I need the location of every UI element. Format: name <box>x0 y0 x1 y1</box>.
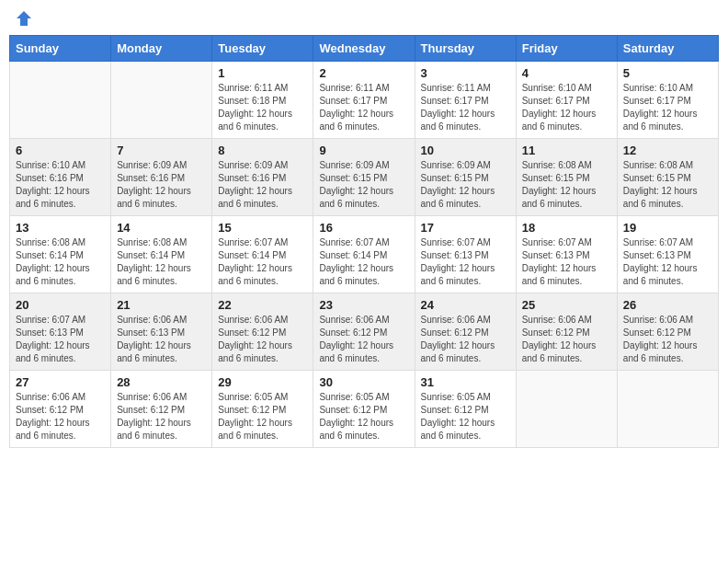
day-header-tuesday: Tuesday <box>212 36 313 62</box>
day-info: Sunrise: 6:08 AM Sunset: 6:14 PM Dayligh… <box>16 236 105 288</box>
day-header-thursday: Thursday <box>415 36 516 62</box>
calendar-cell <box>111 62 212 139</box>
day-number: 16 <box>319 221 408 235</box>
day-info: Sunrise: 6:06 AM Sunset: 6:13 PM Dayligh… <box>117 314 206 365</box>
day-number: 21 <box>117 298 206 312</box>
calendar-cell <box>10 62 111 139</box>
day-number: 29 <box>218 375 307 389</box>
day-number: 9 <box>319 144 408 157</box>
page-header <box>9 9 719 28</box>
day-header-saturday: Saturday <box>617 36 718 62</box>
day-number: 8 <box>218 144 307 157</box>
calendar-cell: 22Sunrise: 6:06 AM Sunset: 6:12 PM Dayli… <box>212 293 313 371</box>
calendar-cell: 4Sunrise: 6:10 AM Sunset: 6:17 PM Daylig… <box>516 62 617 139</box>
day-info: Sunrise: 6:06 AM Sunset: 6:12 PM Dayligh… <box>319 314 408 365</box>
calendar-cell: 12Sunrise: 6:08 AM Sunset: 6:15 PM Dayli… <box>617 139 718 216</box>
day-info: Sunrise: 6:09 AM Sunset: 6:15 PM Dayligh… <box>319 159 408 211</box>
day-number: 3 <box>421 66 510 80</box>
day-info: Sunrise: 6:09 AM Sunset: 6:15 PM Dayligh… <box>421 159 510 211</box>
calendar-week-row: 13Sunrise: 6:08 AM Sunset: 6:14 PM Dayli… <box>10 216 719 293</box>
day-info: Sunrise: 6:07 AM Sunset: 6:14 PM Dayligh… <box>319 236 408 288</box>
calendar-cell: 16Sunrise: 6:07 AM Sunset: 6:14 PM Dayli… <box>313 216 415 293</box>
calendar-cell: 26Sunrise: 6:06 AM Sunset: 6:12 PM Dayli… <box>617 293 718 371</box>
calendar-cell: 17Sunrise: 6:07 AM Sunset: 6:13 PM Dayli… <box>415 216 516 293</box>
day-header-friday: Friday <box>516 36 617 62</box>
day-info: Sunrise: 6:08 AM Sunset: 6:15 PM Dayligh… <box>623 159 712 211</box>
day-info: Sunrise: 6:07 AM Sunset: 6:13 PM Dayligh… <box>522 236 611 288</box>
calendar-cell: 1Sunrise: 6:11 AM Sunset: 6:18 PM Daylig… <box>212 62 313 139</box>
day-info: Sunrise: 6:06 AM Sunset: 6:12 PM Dayligh… <box>421 314 510 365</box>
day-number: 24 <box>421 298 510 312</box>
day-number: 25 <box>522 298 611 312</box>
calendar-cell: 13Sunrise: 6:08 AM Sunset: 6:14 PM Dayli… <box>10 216 111 293</box>
calendar-week-row: 20Sunrise: 6:07 AM Sunset: 6:13 PM Dayli… <box>10 293 719 371</box>
day-number: 22 <box>218 298 307 312</box>
day-info: Sunrise: 6:09 AM Sunset: 6:16 PM Dayligh… <box>218 159 307 211</box>
calendar-cell: 23Sunrise: 6:06 AM Sunset: 6:12 PM Dayli… <box>313 293 415 371</box>
day-number: 20 <box>16 298 105 312</box>
calendar-cell: 11Sunrise: 6:08 AM Sunset: 6:15 PM Dayli… <box>516 139 617 216</box>
day-number: 23 <box>319 298 408 312</box>
calendar-week-row: 6Sunrise: 6:10 AM Sunset: 6:16 PM Daylig… <box>10 139 719 216</box>
calendar-cell: 24Sunrise: 6:06 AM Sunset: 6:12 PM Dayli… <box>415 293 516 371</box>
day-info: Sunrise: 6:06 AM Sunset: 6:12 PM Dayligh… <box>623 314 712 365</box>
day-info: Sunrise: 6:07 AM Sunset: 6:14 PM Dayligh… <box>218 236 307 288</box>
calendar-cell: 6Sunrise: 6:10 AM Sunset: 6:16 PM Daylig… <box>10 139 111 216</box>
calendar-header-row: SundayMondayTuesdayWednesdayThursdayFrid… <box>10 36 719 62</box>
day-number: 5 <box>623 66 712 80</box>
calendar-cell: 31Sunrise: 6:05 AM Sunset: 6:12 PM Dayli… <box>415 371 516 448</box>
svg-marker-0 <box>17 11 31 26</box>
calendar-cell: 3Sunrise: 6:11 AM Sunset: 6:17 PM Daylig… <box>415 62 516 139</box>
calendar-week-row: 27Sunrise: 6:06 AM Sunset: 6:12 PM Dayli… <box>10 371 719 448</box>
calendar-cell: 20Sunrise: 6:07 AM Sunset: 6:13 PM Dayli… <box>10 293 111 371</box>
calendar-cell: 14Sunrise: 6:08 AM Sunset: 6:14 PM Dayli… <box>111 216 212 293</box>
calendar-table: SundayMondayTuesdayWednesdayThursdayFrid… <box>9 35 719 448</box>
day-number: 26 <box>623 298 712 312</box>
day-number: 19 <box>623 221 712 235</box>
day-info: Sunrise: 6:11 AM Sunset: 6:17 PM Dayligh… <box>319 82 408 133</box>
calendar-cell: 15Sunrise: 6:07 AM Sunset: 6:14 PM Dayli… <box>212 216 313 293</box>
day-info: Sunrise: 6:10 AM Sunset: 6:16 PM Dayligh… <box>16 159 105 211</box>
day-header-wednesday: Wednesday <box>313 36 415 62</box>
day-info: Sunrise: 6:10 AM Sunset: 6:17 PM Dayligh… <box>623 82 712 133</box>
calendar-cell <box>617 371 718 448</box>
day-info: Sunrise: 6:07 AM Sunset: 6:13 PM Dayligh… <box>623 236 712 288</box>
calendar-cell: 29Sunrise: 6:05 AM Sunset: 6:12 PM Dayli… <box>212 371 313 448</box>
calendar-cell: 27Sunrise: 6:06 AM Sunset: 6:12 PM Dayli… <box>10 371 111 448</box>
day-number: 4 <box>522 66 611 80</box>
calendar-cell: 21Sunrise: 6:06 AM Sunset: 6:13 PM Dayli… <box>111 293 212 371</box>
day-number: 2 <box>319 66 408 80</box>
logo-icon <box>15 9 33 28</box>
logo <box>13 9 33 28</box>
day-number: 1 <box>218 66 307 80</box>
day-number: 10 <box>421 144 510 157</box>
calendar-cell: 19Sunrise: 6:07 AM Sunset: 6:13 PM Dayli… <box>617 216 718 293</box>
day-info: Sunrise: 6:07 AM Sunset: 6:13 PM Dayligh… <box>16 314 105 365</box>
calendar-cell: 5Sunrise: 6:10 AM Sunset: 6:17 PM Daylig… <box>617 62 718 139</box>
calendar-cell: 7Sunrise: 6:09 AM Sunset: 6:16 PM Daylig… <box>111 139 212 216</box>
day-header-monday: Monday <box>111 36 212 62</box>
day-number: 30 <box>319 375 408 389</box>
day-number: 7 <box>117 144 206 157</box>
calendar-cell: 25Sunrise: 6:06 AM Sunset: 6:12 PM Dayli… <box>516 293 617 371</box>
day-info: Sunrise: 6:09 AM Sunset: 6:16 PM Dayligh… <box>117 159 206 211</box>
day-info: Sunrise: 6:05 AM Sunset: 6:12 PM Dayligh… <box>218 391 307 442</box>
day-number: 11 <box>522 144 611 157</box>
day-info: Sunrise: 6:08 AM Sunset: 6:15 PM Dayligh… <box>522 159 611 211</box>
day-number: 15 <box>218 221 307 235</box>
day-info: Sunrise: 6:11 AM Sunset: 6:17 PM Dayligh… <box>421 82 510 133</box>
day-number: 13 <box>16 221 105 235</box>
calendar-cell: 28Sunrise: 6:06 AM Sunset: 6:12 PM Dayli… <box>111 371 212 448</box>
day-info: Sunrise: 6:07 AM Sunset: 6:13 PM Dayligh… <box>421 236 510 288</box>
day-number: 27 <box>16 375 105 389</box>
day-info: Sunrise: 6:05 AM Sunset: 6:12 PM Dayligh… <box>421 391 510 442</box>
day-number: 12 <box>623 144 712 157</box>
day-number: 31 <box>421 375 510 389</box>
day-info: Sunrise: 6:11 AM Sunset: 6:18 PM Dayligh… <box>218 82 307 133</box>
day-number: 6 <box>16 144 105 157</box>
calendar-cell: 30Sunrise: 6:05 AM Sunset: 6:12 PM Dayli… <box>313 371 415 448</box>
day-info: Sunrise: 6:10 AM Sunset: 6:17 PM Dayligh… <box>522 82 611 133</box>
calendar-week-row: 1Sunrise: 6:11 AM Sunset: 6:18 PM Daylig… <box>10 62 719 139</box>
day-number: 28 <box>117 375 206 389</box>
day-header-sunday: Sunday <box>10 36 111 62</box>
